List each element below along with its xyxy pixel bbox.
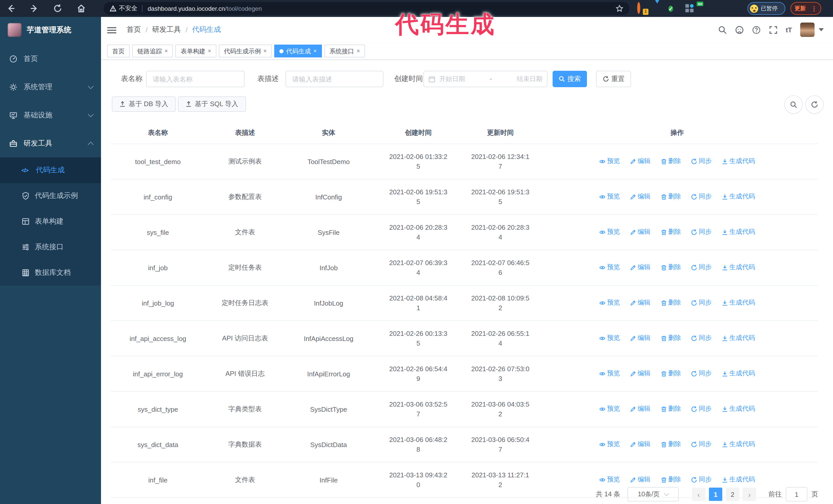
app-logo-row[interactable]: 芋道管理系统: [0, 17, 101, 43]
delete-link[interactable]: 删除: [661, 263, 681, 272]
delete-link[interactable]: 删除: [661, 476, 681, 484]
close-icon[interactable]: ×: [208, 48, 211, 54]
sync-link[interactable]: 同步: [691, 228, 712, 237]
preview-link[interactable]: 预览: [599, 405, 620, 413]
generate-code-link[interactable]: 生成代码: [722, 440, 755, 449]
search-icon[interactable]: [718, 25, 727, 34]
next-page-button[interactable]: ›: [743, 487, 756, 501]
edit-link[interactable]: 编辑: [630, 405, 650, 413]
help-icon[interactable]: [752, 25, 760, 34]
generate-code-link[interactable]: 生成代码: [722, 369, 755, 378]
sync-link[interactable]: 同步: [691, 440, 712, 449]
close-icon[interactable]: ×: [313, 48, 317, 54]
preview-link[interactable]: 预览: [599, 263, 620, 272]
edit-link[interactable]: 编辑: [630, 193, 650, 201]
preview-link[interactable]: 预览: [599, 193, 620, 201]
tab-codegen[interactable]: 代码生成 ×: [275, 45, 322, 57]
tab-codegen-example[interactable]: 代码生成示例 ×: [219, 45, 272, 57]
bookmark-star-icon[interactable]: [616, 5, 623, 12]
generate-code-link[interactable]: 生成代码: [722, 263, 755, 272]
table-name-input[interactable]: [146, 71, 244, 87]
import-sql-button[interactable]: 基于 SQL 导入: [178, 96, 246, 112]
fullscreen-icon[interactable]: [769, 25, 777, 34]
delete-link[interactable]: 删除: [661, 299, 681, 307]
user-menu-caret-icon[interactable]: [819, 28, 824, 31]
sidebar-item-codegen-example[interactable]: 代码生成示例: [0, 183, 101, 209]
sync-link[interactable]: 同步: [691, 369, 712, 378]
import-db-button[interactable]: 基于 DB 导入: [112, 96, 176, 112]
extensions-puzzle-icon[interactable]: [733, 4, 743, 13]
goto-page-input[interactable]: [786, 487, 807, 501]
preview-link[interactable]: 预览: [599, 369, 620, 378]
delete-link[interactable]: 删除: [661, 193, 681, 201]
sidebar-item-db-doc[interactable]: 数据库文档: [0, 260, 101, 286]
sync-link[interactable]: 同步: [691, 299, 712, 307]
extension-icon-grid[interactable]: [685, 4, 695, 13]
preview-link[interactable]: 预览: [599, 476, 620, 484]
sidebar-item-system[interactable]: 系统管理: [0, 73, 101, 101]
sync-link[interactable]: 同步: [691, 157, 712, 166]
tab-form-builder[interactable]: 表单构建 ×: [175, 45, 216, 57]
preview-link[interactable]: 预览: [599, 228, 620, 237]
sync-link[interactable]: 同步: [691, 405, 712, 413]
edit-link[interactable]: 编辑: [630, 440, 650, 449]
delete-link[interactable]: 删除: [661, 228, 681, 237]
font-size-icon[interactable]: tT: [786, 26, 792, 33]
prev-page-button[interactable]: ‹: [692, 487, 705, 501]
browser-update-button[interactable]: 更新 ⋮: [790, 2, 821, 15]
browser-forward-icon[interactable]: [29, 4, 39, 13]
page-size-select[interactable]: 10条/页: [627, 487, 679, 501]
breadcrumb-home[interactable]: 首页: [127, 25, 141, 34]
browser-menu-icon[interactable]: ⋮: [811, 5, 817, 12]
github-icon[interactable]: [735, 25, 743, 34]
edit-link[interactable]: 编辑: [630, 476, 650, 484]
close-icon[interactable]: ×: [165, 48, 168, 54]
generate-code-link[interactable]: 生成代码: [722, 193, 755, 201]
delete-link[interactable]: 删除: [661, 405, 681, 413]
tab-system-api[interactable]: 系统接口 ×: [325, 45, 365, 57]
tab-home[interactable]: 首页: [107, 45, 130, 57]
search-button[interactable]: 搜索: [553, 71, 587, 87]
address-bar[interactable]: 不安全 dashboard.yudao.iocoder.cn /tool/cod…: [103, 2, 629, 15]
delete-link[interactable]: 删除: [661, 440, 681, 449]
delete-link[interactable]: 删除: [661, 369, 681, 378]
hamburger-icon[interactable]: [107, 26, 116, 34]
user-avatar[interactable]: [800, 23, 814, 37]
page-button-2[interactable]: 2: [726, 487, 739, 501]
sidebar-item-codegen[interactable]: </> 代码生成: [0, 158, 101, 183]
sidebar-item-infra[interactable]: 基础设施: [0, 101, 101, 129]
sidebar-item-devtools[interactable]: 研发工具: [0, 129, 101, 158]
edit-link[interactable]: 编辑: [630, 334, 650, 343]
close-icon[interactable]: ×: [263, 48, 267, 54]
table-desc-input[interactable]: [286, 71, 383, 87]
browser-home-icon[interactable]: [76, 4, 86, 13]
generate-code-link[interactable]: 生成代码: [722, 476, 755, 484]
sidebar-item-system-api[interactable]: 系统接口: [0, 234, 101, 260]
close-icon[interactable]: ×: [357, 48, 360, 54]
delete-link[interactable]: 删除: [661, 334, 681, 343]
toggle-search-button[interactable]: [784, 95, 803, 114]
preview-link[interactable]: 预览: [599, 334, 620, 343]
generate-code-link[interactable]: 生成代码: [722, 334, 755, 343]
profile-paused-badge[interactable]: 已暂停: [747, 2, 785, 15]
generate-code-link[interactable]: 生成代码: [722, 157, 755, 166]
create-time-range-picker[interactable]: 开始日期 - 结束日期: [423, 71, 547, 87]
sync-link[interactable]: 同步: [691, 193, 712, 201]
sync-link[interactable]: 同步: [691, 334, 712, 343]
preview-link[interactable]: 预览: [599, 157, 620, 166]
sidebar-item-home[interactable]: 首页: [0, 45, 101, 73]
edit-link[interactable]: 编辑: [630, 263, 650, 272]
edit-link[interactable]: 编辑: [630, 228, 650, 237]
extension-icon-orange[interactable]: 1: [637, 4, 647, 13]
delete-link[interactable]: 删除: [661, 157, 681, 166]
breadcrumb-devtools[interactable]: 研发工具: [152, 25, 181, 34]
sidebar-item-form-builder[interactable]: 表单构建: [0, 209, 101, 234]
preview-link[interactable]: 预览: [599, 299, 620, 307]
browser-back-icon[interactable]: [6, 4, 16, 13]
preview-link[interactable]: 预览: [599, 440, 620, 449]
extension-icon-green[interactable]: [719, 4, 729, 13]
generate-code-link[interactable]: 生成代码: [722, 299, 755, 307]
browser-reload-icon[interactable]: [53, 4, 63, 13]
generate-code-link[interactable]: 生成代码: [722, 405, 755, 413]
page-button-1[interactable]: 1: [709, 487, 722, 501]
